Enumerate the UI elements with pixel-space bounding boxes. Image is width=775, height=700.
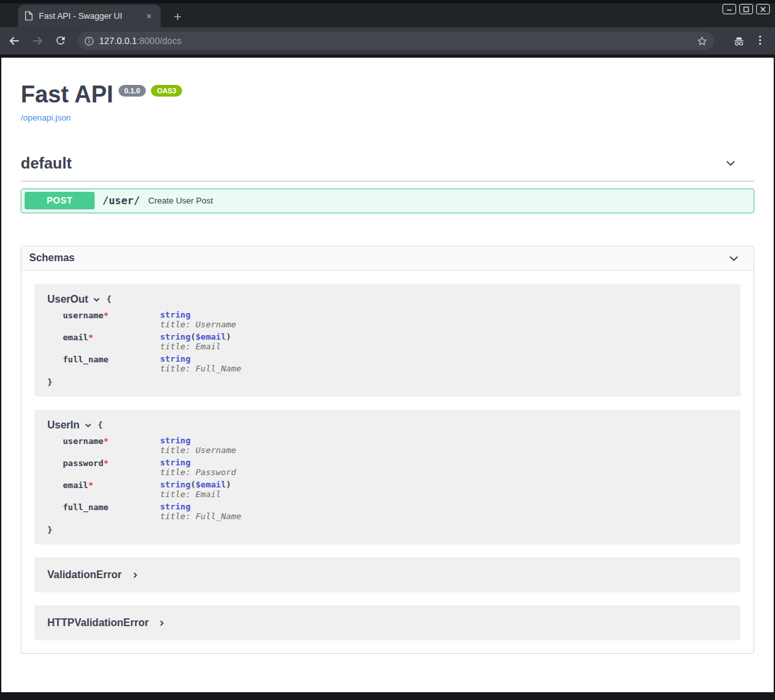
- reload-icon[interactable]: [54, 34, 67, 47]
- property-detail: string($email)title: Email: [160, 477, 241, 499]
- default-tag-section: default POST /user/ Create User Post: [21, 154, 754, 213]
- required-star: *: [104, 458, 109, 468]
- model-name: HTTPValidationError: [47, 617, 148, 629]
- tab-title: Fast API - Swagger UI: [39, 11, 138, 21]
- schemas-title: Schemas: [29, 252, 75, 264]
- property-type: string($email): [160, 480, 241, 489]
- property-name: username*: [63, 433, 160, 455]
- chevron-down-icon: [84, 421, 93, 430]
- url-host: 127.0.0.1: [99, 36, 137, 46]
- browser-tab[interactable]: Fast API - Swagger UI ×: [18, 5, 161, 27]
- tab-close-icon[interactable]: ×: [144, 12, 154, 21]
- tag-divider: [21, 181, 754, 181]
- model-name: UserOut: [47, 294, 88, 305]
- site-info-icon[interactable]: [84, 36, 94, 46]
- chevron-down-icon: [727, 251, 741, 265]
- property-title: title: Email: [160, 342, 241, 351]
- paren-open: (: [191, 332, 196, 342]
- property-detail: stringtitle: Username: [160, 433, 241, 455]
- property-type: string: [160, 436, 241, 445]
- page-file-icon: [25, 11, 33, 21]
- forward-icon[interactable]: [31, 34, 44, 47]
- property-name: full_name: [63, 351, 160, 373]
- property-name: email*: [63, 329, 160, 351]
- bookmark-star-icon[interactable]: [697, 36, 708, 47]
- model-name: UserIn: [47, 419, 80, 431]
- endpoint-summary: Create User Post: [148, 196, 213, 205]
- chevron-right-icon: [131, 570, 139, 579]
- model-properties: username*stringtitle: Usernamepassword*s…: [63, 433, 241, 521]
- paren-close: ): [226, 480, 231, 489]
- required-star: *: [104, 310, 109, 320]
- window-maximize-button[interactable]: [739, 4, 753, 14]
- property-detail: stringtitle: Username: [160, 307, 241, 329]
- property-title: title: Full_Name: [160, 512, 241, 521]
- required-star: *: [88, 332, 93, 342]
- model-HTTPValidationError-toggle[interactable]: HTTPValidationError: [47, 615, 728, 631]
- property-type: string: [160, 310, 241, 320]
- chevron-down-icon: [724, 156, 737, 170]
- paren-close: ): [226, 332, 231, 342]
- browser-titlebar: Fast API - Swagger UI × +: [0, 0, 775, 27]
- property-format: $email: [196, 480, 226, 489]
- method-badge: POST: [25, 192, 95, 209]
- chevron-right-icon: [157, 618, 166, 627]
- property-title: title: Email: [160, 490, 241, 499]
- model-HTTPValidationError: HTTPValidationError: [34, 605, 741, 640]
- window-minimize-button[interactable]: [723, 4, 736, 14]
- api-info: Fast API 0.1.0 OAS3 /openapi.json: [21, 58, 754, 123]
- schemas-section: Schemas UserOut{username*stringtitle: Us…: [21, 246, 754, 654]
- property-title: title: Username: [160, 446, 241, 455]
- brace-close: }: [47, 377, 728, 387]
- url-text[interactable]: 127.0.0.1:8000/docs: [99, 36, 697, 46]
- page-viewport: Fast API 0.1.0 OAS3 /openapi.json defaul…: [1, 58, 774, 692]
- property-title: title: Password: [160, 468, 241, 477]
- address-bar[interactable]: 127.0.0.1:8000/docs: [78, 32, 714, 50]
- property-detail: string($email)title: Email: [160, 329, 241, 351]
- property-format: $email: [196, 332, 226, 342]
- model-UserOut-toggle[interactable]: UserOut{: [47, 294, 728, 305]
- window-close-button[interactable]: [756, 4, 770, 14]
- model-ValidationError-toggle[interactable]: ValidationError: [47, 567, 728, 583]
- brace-close: }: [47, 525, 728, 535]
- property-type: string: [160, 458, 241, 467]
- property-row: email*string($email)title: Email: [63, 329, 241, 351]
- property-type: string: [160, 502, 241, 511]
- model-properties: username*stringtitle: Usernameemail*stri…: [63, 307, 241, 373]
- back-icon[interactable]: [8, 34, 21, 47]
- post-user-endpoint[interactable]: POST /user/ Create User Post: [21, 189, 754, 213]
- incognito-icon: [732, 34, 745, 47]
- url-path: :8000/docs: [137, 36, 181, 46]
- property-row: username*stringtitle: Username: [63, 433, 241, 455]
- new-tab-button[interactable]: +: [170, 8, 185, 25]
- property-detail: stringtitle: Full_Name: [160, 499, 241, 521]
- model-name: ValidationError: [47, 569, 122, 581]
- paren-open: (: [191, 480, 196, 489]
- default-tag-toggle[interactable]: default: [21, 154, 754, 172]
- default-tag-title: default: [21, 154, 72, 172]
- brace-open: {: [106, 294, 111, 304]
- property-name: full_name: [63, 499, 160, 521]
- property-detail: stringtitle: Password: [160, 455, 241, 477]
- required-star: *: [104, 436, 109, 446]
- property-name: password*: [63, 455, 160, 477]
- property-row: full_namestringtitle: Full_Name: [63, 499, 241, 521]
- model-UserIn-toggle[interactable]: UserIn{: [47, 419, 728, 431]
- brace-open: {: [98, 420, 103, 430]
- property-row: username*stringtitle: Username: [63, 307, 241, 329]
- property-name: username*: [63, 307, 160, 329]
- openapi-spec-link[interactable]: /openapi.json: [21, 113, 71, 122]
- schemas-list: UserOut{username*stringtitle: Usernameem…: [21, 271, 754, 653]
- menu-dots-icon[interactable]: [754, 34, 767, 47]
- required-star: *: [88, 480, 93, 490]
- version-badge: 0.1.0: [119, 85, 146, 97]
- schemas-toggle[interactable]: Schemas: [21, 246, 754, 271]
- endpoint-path: /user/: [102, 194, 140, 207]
- model-ValidationError: ValidationError: [34, 557, 741, 592]
- property-type: string: [160, 355, 241, 364]
- property-row: full_namestringtitle: Full_Name: [63, 351, 241, 373]
- property-title: title: Full_Name: [160, 364, 241, 373]
- page-title: Fast API: [21, 82, 113, 107]
- property-detail: stringtitle: Full_Name: [160, 351, 241, 373]
- chevron-down-icon: [92, 295, 101, 304]
